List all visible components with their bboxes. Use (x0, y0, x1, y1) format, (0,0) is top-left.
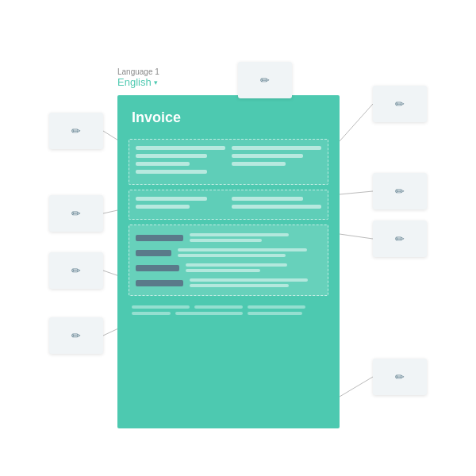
row-label-4 (136, 280, 183, 286)
invoice-address-section (129, 139, 328, 185)
pencil-icon: ✏ (71, 207, 81, 220)
footer-line-3 (248, 305, 305, 309)
invoice-header: Invoice (117, 95, 340, 134)
invoice-document: Invoice (117, 95, 340, 428)
invoice-right-address (232, 146, 321, 178)
table-row-4 (136, 278, 321, 287)
language-value[interactable]: English ▾ (117, 76, 159, 88)
pencil-icon: ✏ (395, 98, 405, 110)
row-lines-3 (186, 263, 321, 272)
row-label-2 (136, 250, 171, 256)
svg-line-2 (340, 104, 373, 141)
pencil-icon: ✏ (395, 370, 405, 383)
edit-card-right-top[interactable]: ✏ (373, 86, 427, 122)
pencil-icon: ✏ (260, 74, 270, 86)
pencil-icon: ✏ (395, 185, 405, 198)
meta-line-1 (136, 197, 207, 201)
footer-line-1 (132, 305, 190, 309)
svg-line-3 (340, 191, 373, 194)
scene: Language 1 English ▾ Invoice (0, 0, 476, 476)
edit-card-right-mid1[interactable]: ✏ (373, 173, 427, 209)
address-line-1 (136, 146, 225, 150)
row-line-4a (190, 278, 308, 282)
row-label-3 (136, 265, 179, 271)
meta-line-3 (232, 197, 303, 201)
table-row-2 (136, 248, 321, 257)
invoice-footer (129, 301, 328, 320)
pencil-icon: ✏ (71, 125, 81, 137)
address-line-2 (136, 154, 207, 158)
address-line-7 (232, 162, 286, 166)
invoice-title: Invoice (132, 109, 181, 126)
footer-line-2 (194, 305, 243, 309)
row-line-3b (186, 269, 260, 272)
svg-line-4 (340, 234, 373, 239)
pencil-icon: ✏ (71, 329, 81, 342)
row-line-4b (190, 284, 289, 287)
row-lines-4 (190, 278, 321, 287)
invoice-table (129, 225, 328, 296)
table-row-1 (136, 233, 321, 242)
row-line-2b (178, 254, 286, 257)
svg-line-8 (340, 377, 373, 397)
address-line-3 (136, 162, 190, 166)
edit-card-top-center[interactable]: ✏ (238, 62, 292, 98)
footer-line-4 (132, 312, 171, 315)
footer-line-6 (248, 312, 301, 315)
edit-card-left-mid1[interactable]: ✏ (49, 195, 103, 232)
chevron-down-icon: ▾ (154, 79, 158, 86)
edit-card-right-mid2[interactable]: ✏ (373, 221, 427, 257)
row-line-1b (190, 239, 262, 242)
edit-card-right-bottom[interactable]: ✏ (373, 359, 427, 395)
pencil-icon: ✏ (395, 232, 405, 245)
address-line-6 (232, 154, 303, 158)
row-label-1 (136, 235, 183, 241)
address-line-4 (136, 170, 207, 174)
meta-line-2 (136, 205, 190, 209)
address-line-5 (232, 146, 321, 150)
invoice-meta-section (129, 190, 328, 220)
invoice-left-address (136, 146, 225, 178)
invoice-meta-right (232, 197, 321, 213)
row-line-1a (190, 233, 289, 236)
edit-card-left-bottom[interactable]: ✏ (49, 317, 103, 354)
row-lines-2 (178, 248, 321, 257)
language-label: Language 1 (117, 67, 159, 76)
table-row-3 (136, 263, 321, 272)
edit-card-top-left[interactable]: ✏ (49, 113, 103, 149)
row-line-2a (178, 248, 307, 251)
invoice-meta-left (136, 197, 225, 213)
language-text: English (117, 76, 152, 88)
footer-line-5 (175, 312, 243, 315)
edit-card-left-mid2[interactable]: ✏ (49, 252, 103, 289)
meta-line-4 (232, 205, 321, 209)
row-line-3a (186, 263, 287, 267)
language-selector[interactable]: Language 1 English ▾ (117, 67, 159, 88)
row-lines-1 (190, 233, 321, 242)
pencil-icon: ✏ (71, 264, 81, 277)
